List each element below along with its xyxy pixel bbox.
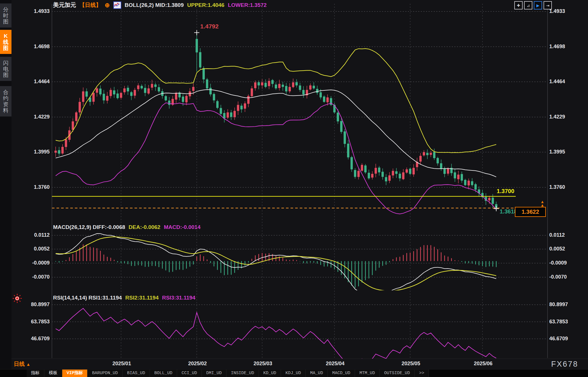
brand-watermark: FX678 xyxy=(551,360,578,369)
sidebar-item-flash-chart[interactable]: 闪电图 xyxy=(0,57,11,81)
month-label: 2025/05 xyxy=(402,361,420,367)
app-window: 分时图K线图闪电图合约资料 美元加元 【日线】 ⊕ BOLL(26,2) MID… xyxy=(0,0,588,377)
indicator-tab-INSIDE_UD[interactable]: INSIDE_UD xyxy=(227,370,259,377)
indicator-tab-MA_UD[interactable]: MA_UD xyxy=(306,370,328,377)
indicator-tab-BIAS_UD[interactable]: BIAS_UD xyxy=(123,370,150,377)
indicator-tab-BARUPDN_UD[interactable]: BARUPDN_UD xyxy=(88,370,123,377)
indicator-tab-KD_UD[interactable]: KD_UD xyxy=(259,370,281,377)
indicator-tab-指标[interactable]: 指标 xyxy=(27,370,44,377)
indicator-tab-KDJ_UD[interactable]: KDJ_UD xyxy=(281,370,306,377)
month-label: 2025/04 xyxy=(326,361,344,367)
indicator-tab-BOLL_UD[interactable]: BOLL_UD xyxy=(150,370,177,377)
indicator-tab-bar: 指标模板VIP指标BARUPDN_UDBIAS_UDBOLL_UDCCI_UDD… xyxy=(0,369,588,377)
indicator-tab-MTM_UD[interactable]: MTM_UD xyxy=(355,370,380,377)
month-label: 2025/01 xyxy=(112,361,131,367)
sidebar-item-candle-chart[interactable]: K线图 xyxy=(0,30,11,54)
left-sidebar: 分时图K线图闪电图合约资料 xyxy=(0,0,11,377)
chart-area: 美元加元 【日线】 ⊕ BOLL(26,2) MID:1.3809 UPPER:… xyxy=(11,0,588,369)
period-selector[interactable]: 日线 ▲ xyxy=(14,360,30,368)
month-label: 2025/02 xyxy=(188,361,207,367)
month-label: 2025/06 xyxy=(474,361,492,367)
indicator-tab-VIP指标[interactable]: VIP指标 xyxy=(62,370,88,377)
time-axis: 日线 ▲ FX678 2025/012025/022025/032025/042… xyxy=(11,359,588,370)
indicator-tab-OUTSIDE_UD[interactable]: OUTSIDE_UD xyxy=(380,370,415,377)
indicator-tab-CCI_UD[interactable]: CCI_UD xyxy=(177,370,202,377)
sidebar-item-tick-chart[interactable]: 分时图 xyxy=(0,3,11,28)
month-label: 2025/03 xyxy=(254,361,272,367)
period-arrow-icon: ▲ xyxy=(26,362,30,367)
indicator-tab-MACD_UD[interactable]: MACD_UD xyxy=(328,370,355,377)
indicator-tab->>[interactable]: >> xyxy=(415,370,429,377)
price-chart-canvas[interactable] xyxy=(11,0,588,359)
indicator-tab-DMI_UD[interactable]: DMI_UD xyxy=(202,370,227,377)
sidebar-item-contract-info[interactable]: 合约资料 xyxy=(0,86,11,116)
indicator-tab-模板[interactable]: 模板 xyxy=(44,370,62,377)
